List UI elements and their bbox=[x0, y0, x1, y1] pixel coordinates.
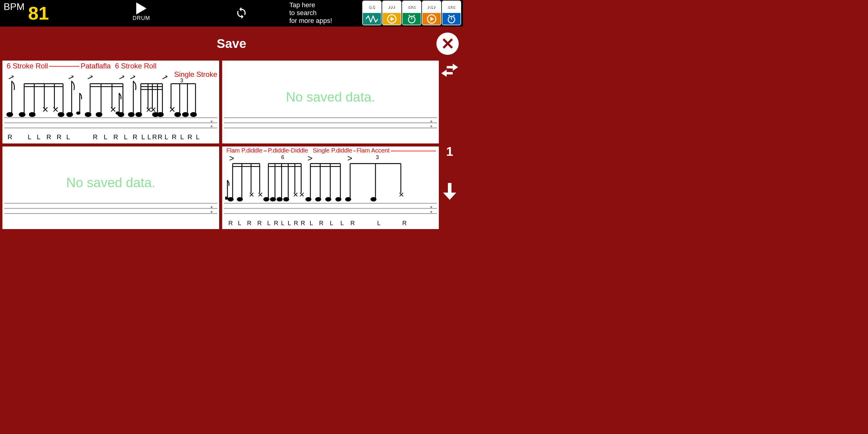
save-slot-1[interactable]: 6 Stroke Roll Pataflafla 6 Stroke Roll S… bbox=[2, 61, 219, 144]
svg-line-3 bbox=[409, 15, 410, 16]
svg-text:>: > bbox=[162, 76, 168, 82]
svg-text:>: > bbox=[307, 156, 313, 163]
svg-text:>: > bbox=[229, 156, 234, 163]
notes-icon: ♫3♫ bbox=[403, 1, 421, 13]
svg-point-39 bbox=[96, 113, 102, 116]
svg-point-21 bbox=[19, 113, 25, 116]
save-slot-4[interactable]: Flam P.diddle P.diddle-Diddle Single P.d… bbox=[222, 147, 439, 229]
svg-point-67 bbox=[183, 113, 188, 116]
app-tile-2[interactable]: ♪♪♪ bbox=[382, 1, 401, 25]
svg-text:✕: ✕ bbox=[293, 190, 299, 198]
close-icon: ✕ bbox=[441, 34, 455, 53]
play-circle-icon bbox=[423, 13, 441, 25]
svg-text:>: > bbox=[87, 76, 93, 82]
svg-point-47 bbox=[128, 113, 134, 116]
svg-point-52 bbox=[136, 113, 142, 116]
svg-text:✕: ✕ bbox=[398, 190, 404, 198]
save-header: Save ✕ bbox=[0, 27, 463, 61]
notes-icon: ♫♫ bbox=[363, 1, 381, 13]
play-label: DRUM bbox=[133, 15, 150, 22]
save-title: Save bbox=[217, 36, 246, 51]
staff-lines bbox=[4, 203, 217, 218]
rudiment-labels: 6 Stroke Roll Pataflafla 6 Stroke Roll bbox=[7, 62, 219, 70]
sticking-row: R L R R L R L L R R L R L L R L R bbox=[226, 220, 409, 227]
svg-point-108 bbox=[336, 197, 341, 201]
svg-line-4 bbox=[413, 15, 415, 16]
page-number: 1 bbox=[446, 144, 453, 159]
svg-line-8 bbox=[448, 15, 450, 16]
close-button[interactable]: ✕ bbox=[436, 33, 459, 55]
notes-icon: ♪♫♪ bbox=[423, 1, 441, 13]
save-slot-3[interactable]: No saved data. bbox=[2, 147, 219, 229]
staff-lines bbox=[224, 203, 437, 218]
svg-text:✕: ✕ bbox=[299, 190, 305, 198]
play-button[interactable]: DRUM bbox=[133, 2, 150, 22]
svg-point-106 bbox=[326, 197, 331, 201]
svg-point-80 bbox=[237, 197, 242, 201]
app-tile-1[interactable]: ♫♫ bbox=[362, 1, 381, 25]
svg-point-17 bbox=[7, 113, 13, 116]
main-content: 6 Stroke Roll Pataflafla 6 Stroke Roll S… bbox=[0, 61, 463, 231]
empty-label: No saved data. bbox=[66, 175, 156, 190]
app-tile-5[interactable]: ♫3♫ bbox=[442, 1, 461, 25]
svg-point-33 bbox=[76, 112, 80, 114]
svg-text:✕: ✕ bbox=[52, 105, 59, 114]
svg-line-9 bbox=[453, 15, 455, 16]
svg-point-92 bbox=[277, 197, 282, 201]
wave-icon bbox=[363, 13, 381, 25]
notes-icon: ♫3♫ bbox=[442, 1, 461, 13]
svg-point-74 bbox=[225, 197, 228, 199]
svg-point-60 bbox=[158, 113, 163, 116]
bpm-label: BPM bbox=[4, 1, 24, 12]
app-tile-3[interactable]: ♫3♫ bbox=[402, 1, 421, 25]
svg-text:>: > bbox=[119, 76, 125, 82]
svg-point-113 bbox=[371, 197, 376, 201]
sticking-row: R L L R R L R L R L R L L R R L R L R bbox=[7, 133, 201, 141]
save-slot-2[interactable]: No saved data. bbox=[222, 61, 439, 144]
music-notation: > > > ✕ ✕ bbox=[225, 156, 427, 204]
svg-point-45 bbox=[118, 113, 124, 116]
svg-point-102 bbox=[306, 197, 311, 201]
svg-point-69 bbox=[190, 113, 196, 116]
bpm-value[interactable]: 81 bbox=[28, 4, 49, 23]
svg-text:✕: ✕ bbox=[257, 190, 263, 198]
svg-point-111 bbox=[345, 197, 350, 201]
svg-point-23 bbox=[29, 113, 35, 116]
svg-text:>: > bbox=[8, 76, 14, 82]
svg-point-29 bbox=[58, 113, 64, 116]
clock-icon bbox=[403, 13, 421, 25]
svg-text:>: > bbox=[68, 76, 74, 82]
svg-point-90 bbox=[270, 197, 276, 201]
notes-icon: ♪♪♪ bbox=[383, 1, 401, 13]
app-tile-4[interactable]: ♪♫♪ bbox=[422, 1, 441, 25]
rudiment-labels: Flam P.diddle P.diddle-Diddle Single P.d… bbox=[226, 147, 439, 154]
clock-icon bbox=[442, 13, 461, 25]
save-slots: 6 Stroke Roll Pataflafla 6 Stroke Roll S… bbox=[2, 61, 439, 229]
staff-lines bbox=[224, 117, 437, 133]
svg-point-65 bbox=[175, 113, 181, 116]
promo-text[interactable]: Tap hereto searchfor more apps! bbox=[289, 1, 332, 25]
app-tiles: ♫♫ ♪♪♪ ♫3♫ ♪♫♪ ♫3♫ bbox=[362, 1, 461, 25]
svg-point-94 bbox=[284, 197, 289, 201]
play-circle-icon bbox=[383, 13, 401, 25]
svg-point-37 bbox=[85, 113, 91, 116]
empty-label: No saved data. bbox=[286, 90, 375, 104]
play-icon bbox=[136, 2, 147, 14]
svg-text:>: > bbox=[347, 156, 352, 163]
right-sidebar: 1 bbox=[439, 61, 461, 229]
music-notation: > > > > > > ✕ ✕ bbox=[5, 76, 207, 122]
svg-text:>: > bbox=[130, 76, 135, 82]
svg-point-78 bbox=[228, 197, 233, 201]
loop-button[interactable] bbox=[235, 7, 248, 19]
top-bar: BPM 81 DRUM Tap hereto searchfor more ap… bbox=[0, 0, 463, 27]
svg-text:✕: ✕ bbox=[42, 105, 49, 114]
svg-text:✕: ✕ bbox=[110, 105, 117, 114]
svg-text:✕: ✕ bbox=[249, 190, 254, 198]
swap-button[interactable] bbox=[441, 64, 458, 78]
page-down-button[interactable] bbox=[442, 183, 458, 201]
svg-point-104 bbox=[315, 197, 321, 201]
svg-text:✕: ✕ bbox=[169, 105, 176, 114]
svg-point-88 bbox=[264, 197, 269, 201]
svg-point-31 bbox=[67, 113, 73, 116]
staff-lines bbox=[4, 117, 217, 133]
